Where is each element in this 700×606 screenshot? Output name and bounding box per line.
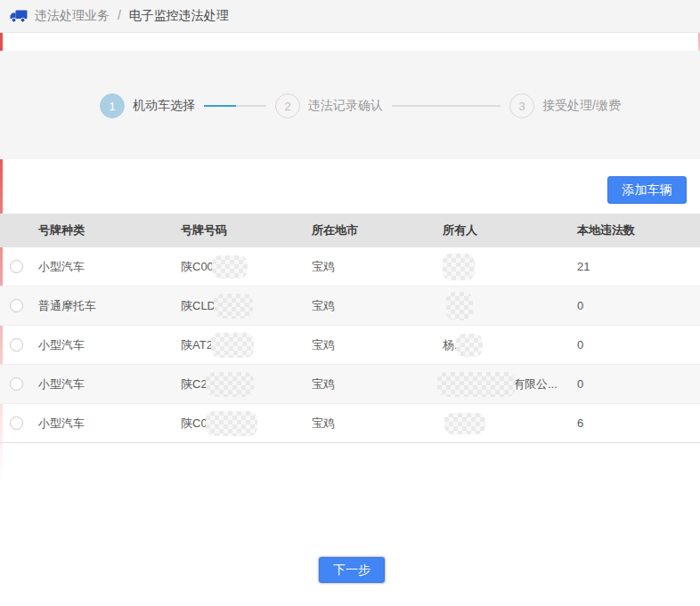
col-city: 所在地市 — [312, 222, 443, 238]
city: 宝鸡 — [312, 376, 443, 392]
step-3-label: 接受处理/缴费 — [542, 98, 621, 114]
step-1-label: 机动车选择 — [133, 98, 195, 114]
redacted-blob — [206, 372, 254, 397]
add-vehicle-button[interactable]: 添加车辆 — [607, 176, 687, 204]
table-header: 号牌种类 号牌号码 所在地市 所有人 本地违法数 — [0, 214, 700, 247]
step-3-circle: 3 — [509, 93, 534, 118]
violation-count: 0 — [577, 299, 700, 312]
row-1-radio[interactable] — [10, 260, 23, 273]
truck-icon — [10, 10, 28, 23]
plate-number: 陕C0 — [181, 416, 208, 432]
redacted-blob — [206, 411, 257, 436]
stepper: 1 机动车选择 2 违法记录确认 3 接受处理/缴费 — [100, 93, 630, 118]
table-row: 普通摩托车 陕CLD 宝鸡 0 — [0, 287, 700, 326]
col-plate-number: 号牌号码 — [181, 222, 312, 238]
city: 宝鸡 — [312, 337, 443, 353]
stepper-panel: 1 机动车选择 2 违法记录确认 3 接受处理/缴费 — [0, 51, 700, 159]
breadcrumb-section[interactable]: 违法处理业务 — [35, 8, 110, 22]
plate-number: 陕AT2 — [181, 337, 213, 353]
step-2-circle: 2 — [275, 93, 300, 118]
col-plate-type: 号牌种类 — [38, 222, 181, 238]
redacted-blob — [212, 255, 248, 279]
redacted-blob — [214, 294, 253, 319]
owner: 有限公... — [513, 376, 558, 392]
breadcrumb-current-page: 电子监控违法处理 — [129, 8, 229, 22]
connector-1 — [204, 105, 266, 107]
step-2-label: 违法记录确认 — [308, 98, 383, 114]
table-row: 小型汽车 陕C00 宝鸡 21 — [0, 247, 700, 287]
violation-count: 6 — [577, 416, 700, 430]
plate-type: 小型汽车 — [38, 376, 181, 392]
col-owner: 所有人 — [443, 222, 577, 238]
redacted-blob — [444, 413, 485, 434]
plate-number: 陕C2 — [181, 376, 208, 392]
violation-count: 21 — [577, 260, 700, 273]
plate-type: 小型汽车 — [38, 416, 181, 432]
redacted-blob — [211, 333, 254, 358]
row-2-radio[interactable] — [10, 299, 23, 312]
row-3-radio[interactable] — [10, 338, 23, 351]
city: 宝鸡 — [312, 298, 443, 314]
city: 宝鸡 — [312, 259, 443, 275]
redacted-blob — [446, 292, 473, 320]
vehicle-table-body: 小型汽车 陕C00 宝鸡 21 普通摩托车 陕CLD 宝鸡 0 小型汽车 陕AT… — [0, 247, 700, 443]
plate-number: 陕CLD — [181, 298, 216, 314]
plate-type: 小型汽车 — [38, 259, 181, 275]
redacted-blob — [456, 334, 483, 357]
violation-count: 0 — [577, 338, 700, 351]
col-local-violations: 本地违法数 — [577, 222, 700, 238]
redacted-blob — [437, 372, 516, 397]
table-row: 小型汽车 陕C2 宝鸡 有限公... 0 — [0, 365, 700, 404]
plate-type: 小型汽车 — [38, 337, 181, 353]
row-4-radio[interactable] — [10, 377, 23, 391]
row-5-radio[interactable] — [10, 416, 23, 430]
connector-2 — [392, 105, 501, 107]
breadcrumb-bar: 违法处理业务 / 电子监控违法处理 — [0, 0, 700, 33]
violation-processing-page: 违法处理业务 / 电子监控违法处理 1 机动车选择 2 违法记录确认 3 接受处… — [0, 0, 700, 606]
breadcrumb: 违法处理业务 / 电子监控违法处理 — [35, 8, 229, 24]
plate-type: 普通摩托车 — [38, 298, 181, 314]
city: 宝鸡 — [312, 416, 443, 432]
redacted-blob — [443, 254, 475, 280]
breadcrumb-separator: / — [118, 8, 121, 22]
plate-number: 陕C00 — [181, 259, 214, 275]
violation-count: 0 — [577, 377, 700, 391]
table-row: 小型汽车 陕AT2 宝鸡 杨. 0 — [0, 326, 700, 365]
next-step-button[interactable]: 下一步 — [319, 557, 385, 583]
table-row: 小型汽车 陕C0 宝鸡 6 — [0, 404, 700, 443]
step-1-circle: 1 — [100, 93, 125, 118]
